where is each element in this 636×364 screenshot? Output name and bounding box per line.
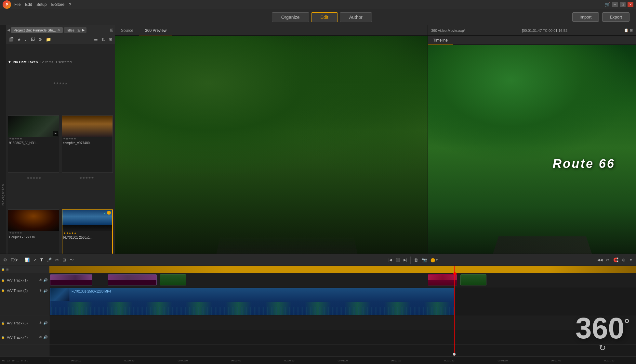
tl-time-8: 00:01:30 [476,359,529,362]
export-button[interactable]: Export [602,12,629,22]
track-4-mute[interactable]: 🔊 [43,335,48,339]
menu-file[interactable]: File [14,2,20,7]
tl-cursor-btn[interactable]: ↗ [32,257,38,263]
tl-bar-chart-btn[interactable]: 📊 [23,257,31,263]
top-nav-right: Import Export [572,12,629,22]
track-2-eye[interactable]: 👁 [39,289,42,293]
section-count: 12 items, 1 selected [40,60,72,64]
tl-extra-2[interactable]: ✦ [628,257,634,263]
tl-cam-btn[interactable]: 📷 [420,257,428,263]
track-4-eye[interactable]: 👁 [39,335,42,339]
clip-1c[interactable] [160,274,186,285]
media-label: 91608675_V_HD1... [8,141,59,145]
panel-tb-star-icon[interactable]: ★ [16,36,22,43]
window-maximize[interactable]: □ [620,2,626,7]
media-item[interactable]: ★★★★★ campfire_v977480... [62,115,113,173]
project-bin-close[interactable]: ✕ [57,28,60,32]
star-filter[interactable]: ★★★★★ [53,82,68,112]
track-3-mute[interactable]: 🔊 [43,321,48,325]
track-3-eye[interactable]: 👁 [39,321,42,325]
organize-button[interactable]: Organize [272,12,309,22]
timeline-bottom-ruler: -60 -22 -16 -10 -6 -3 0 00:00:10 00:00:2… [0,356,636,364]
menu-setup[interactable]: Setup [36,2,46,7]
timeline-playhead[interactable] [454,266,455,356]
panel-tb-list-icon[interactable]: ☰ [93,36,99,43]
tl-fx-btn[interactable]: FX▾ [9,257,19,263]
track-3-name: A/V Track (3) [7,321,28,325]
tl-time-10: 00:01:50 [583,359,636,362]
media-item[interactable]: ▶ ★★★★★ 91608675_V_HD1... [8,115,59,173]
track-label-1: 🔒 A/V Track (1) 👁 🔊 [0,273,49,287]
star-filter-2b[interactable]: ★★★★★ [79,176,94,207]
tl-back-track-btn[interactable]: ◀◀ [596,257,604,263]
section-triangle[interactable]: ▼ [8,60,11,64]
media-thumb [62,116,113,137]
right-icon-1[interactable]: 📋 [624,28,629,32]
titles-button[interactable]: Titles: (all ▶ [64,27,86,33]
window-cart-icon[interactable]: 🛒 [605,2,610,7]
menu-edit[interactable]: Edit [25,2,32,7]
project-bin-tab[interactable]: Project Bin: Pinnacle Stu... ✕ [11,27,63,33]
panel-tb-gear-icon[interactable]: ⚙ [37,36,44,43]
preview-360-tab[interactable]: 360 Preview [139,26,172,35]
timeline-tab[interactable]: Timeline [428,37,453,44]
panel-tb-photo-icon[interactable]: 🖼 [29,36,36,43]
track-1-mute[interactable]: 🔊 [43,278,48,282]
clip-1e[interactable] [460,274,486,285]
tl-in-btn[interactable]: |◀ [387,257,393,263]
media-stars[interactable]: ★★★★★ [62,231,113,235]
clip-1b[interactable] [108,274,157,285]
tl-razor-btn[interactable]: ✂ [605,257,611,263]
panel-tb-folder-icon[interactable]: 📁 [45,36,52,43]
tl-text-btn[interactable]: T [39,257,44,263]
import-button[interactable]: Import [572,12,599,22]
tl-settings-btn[interactable]: ⚙ [2,257,8,263]
lock-icon-3: 🔒 [1,321,5,325]
source-tab[interactable]: Source [115,26,139,35]
tl-wave-btn[interactable]: 〜 [68,257,75,264]
author-button[interactable]: Author [340,12,372,22]
timeline-area: ⚙ FX▾ 📊 ↗ T 🎤 ✂ ⊞ 〜 |◀ ⬛ ▶| 🗑 📷 ⬤ ▾ ◀◀ [0,254,636,364]
back-button[interactable]: ◀ [7,28,10,32]
tl-playhead-btn[interactable]: ⬛ [394,257,401,263]
tl-grid-btn[interactable]: ⊞ [61,257,67,263]
clip-2-main[interactable]: FLY01301-2560x1280.MP4 [50,288,455,315]
media-stars[interactable]: ★★★★★ [62,137,113,141]
db-label-5: -3 [23,359,26,362]
panel-tb-sort-icon[interactable]: ⇅ [100,36,106,43]
tl-extra-1[interactable]: ⊕ [621,257,627,263]
right-icon-2[interactable]: ⊞ [630,28,633,32]
media-stars[interactable]: ★★★★★ [8,137,59,141]
panel-expand-icon[interactable]: ⊞ [110,28,113,32]
source-tab-bar: Source 360 Preview [115,25,428,36]
panel-tb-video-icon[interactable]: 🎬 [7,36,15,43]
media-stars[interactable]: ★★★★★ [8,231,59,235]
track-label-3: 🔒 A/V Track (3) 👁 🔊 [0,316,49,330]
top-nav: Organize Edit Author Import Export [0,9,636,25]
clip-1a[interactable] [50,274,92,285]
title-track [49,266,636,273]
star-filter-2a[interactable]: ★★★★★ [27,176,41,207]
tl-trim-btn[interactable]: ✂ [54,257,60,263]
tl-magnet-btn[interactable]: 🧲 [612,257,620,263]
tl-out-btn[interactable]: ▶| [402,257,408,263]
track-1-eye[interactable]: 👁 [39,278,42,282]
track-2-mute[interactable]: 🔊 [43,289,48,293]
media-thumb [8,210,59,231]
tl-delete-btn[interactable]: 🗑 [413,257,419,263]
panel-tb-grid-icon[interactable]: ⊞ [107,36,113,43]
menu-estore[interactable]: E-Store [51,2,64,7]
clip-1d[interactable] [428,274,457,285]
edit-button[interactable]: Edit [311,12,338,22]
db-label-2: -16 [11,359,15,362]
window-close[interactable]: ✕ [628,2,633,7]
tl-mic-btn[interactable]: 🎤 [45,257,53,263]
track-1-name: A/V Track (1) [7,278,28,282]
tl-orange-btn[interactable]: ⬤ ▾ [429,257,439,263]
menu-help[interactable]: ? [69,2,71,7]
tl-time-9: 00:01:40 [529,359,583,362]
track-content: FLY01301-2560x1280.MP4 [49,266,636,356]
panel-tb-music-icon[interactable]: ♪ [23,36,28,43]
titles-expand-icon: ▶ [82,28,85,32]
window-minimize[interactable]: ─ [612,2,618,7]
